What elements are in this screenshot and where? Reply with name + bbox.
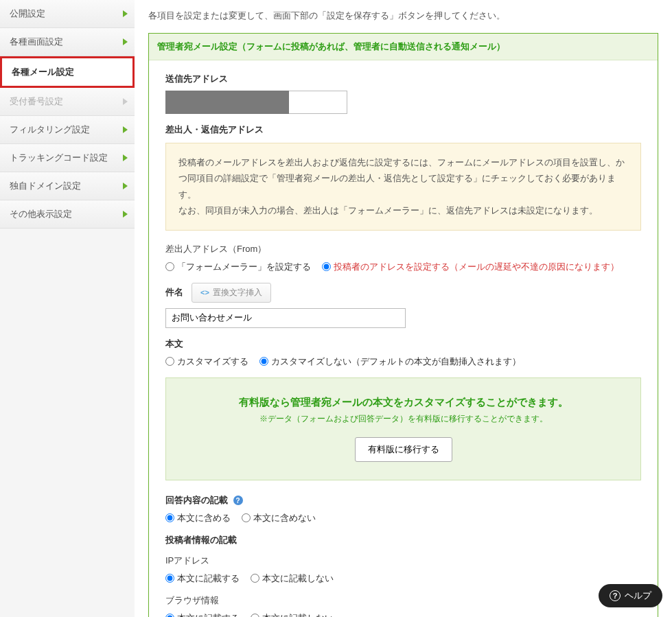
sidebar-item-label: 各種画面設定: [10, 36, 63, 48]
radio-input[interactable]: [165, 357, 174, 366]
sidebar-item-receipt: 受付番号設定: [0, 88, 135, 116]
browser-label: ブラウザ情報: [165, 594, 641, 607]
body-label: 本文: [165, 338, 641, 350]
answer-opt-exclude[interactable]: 本文に含めない: [242, 512, 316, 524]
sidebar-item-domain[interactable]: 独自ドメイン設定: [0, 172, 135, 200]
question-icon: ?: [610, 590, 621, 601]
body-radios: カスタマイズする カスタマイズしない（デフォルトの本文が自動挿入されます）: [165, 356, 641, 368]
sidebar-item-filtering[interactable]: フィルタリング設定: [0, 116, 135, 144]
main-content: 各項目を設定または変更して、画面下部の「設定を保存する」ボタンを押してください。…: [135, 0, 672, 617]
section-header: 管理者宛メール設定（フォームに投稿があれば、管理者に自動送信される通知メール）: [149, 34, 658, 60]
notice-box: 投稿者のメールアドレスを差出人および返信先に設定するには、フォームにメールアドレ…: [165, 143, 641, 231]
arrow-right-icon: [123, 10, 128, 17]
sidebar-item-label: 受付番号設定: [10, 95, 63, 108]
notice-line: なお、同項目が未入力の場合、差出人は「フォームメーラー」に、返信先アドレスは未設…: [178, 202, 628, 218]
from-addr-label: 差出人アドレス（From）: [165, 243, 641, 255]
insert-placeholder-button[interactable]: <> 置換文字挿入: [192, 283, 271, 303]
sidebar: 公開設定 各種画面設定 各種メール設定 受付番号設定 フィルタリング設定 トラッ…: [0, 0, 135, 617]
sidebar-item-publish[interactable]: 公開設定: [0, 0, 135, 28]
notice-line: 投稿者のメールアドレスを差出人および返信先に設定するには、フォームにメールアドレ…: [178, 154, 628, 202]
arrow-right-icon: [123, 126, 128, 133]
send-to-label: 送信先アドレス: [165, 73, 641, 85]
send-to-row: [165, 91, 641, 114]
arrow-right-icon: [123, 154, 128, 161]
radio-label: 本文に含める: [177, 512, 231, 524]
promo-title: 有料版なら管理者宛メールの本文をカスタマイズすることができます。: [180, 396, 627, 409]
body-opt-default[interactable]: カスタマイズしない（デフォルトの本文が自動挿入されます）: [259, 356, 521, 368]
from-addr-radios: 「フォームメーラー」を設定する 投稿者のアドレスを設定する（メールの遅延や不達の…: [165, 261, 641, 273]
code-icon: <>: [200, 288, 209, 296]
help-float-label: ヘルプ: [625, 590, 651, 602]
radio-label: 本文に記載しない: [262, 572, 334, 585]
radio-input[interactable]: [165, 574, 174, 583]
ip-label: IPアドレス: [165, 555, 641, 567]
ip-opt-exclude[interactable]: 本文に記載しない: [251, 572, 334, 585]
insert-btn-label: 置換文字挿入: [213, 287, 262, 299]
arrow-right-icon: [123, 98, 128, 105]
radio-input[interactable]: [259, 357, 268, 366]
sidebar-item-label: その他表示設定: [10, 208, 72, 220]
upgrade-promo: 有料版なら管理者宛メールの本文をカスタマイズすることができます。 ※データ（フォ…: [165, 377, 641, 480]
answer-opt-include[interactable]: 本文に含める: [165, 512, 231, 524]
redacted-address: [165, 91, 289, 114]
radio-input[interactable]: [251, 614, 259, 617]
radio-input[interactable]: [165, 614, 174, 617]
answer-radios: 本文に含める 本文に含めない: [165, 512, 641, 524]
answer-label: 回答内容の記載 ?: [165, 494, 641, 507]
body-opt-customize[interactable]: カスタマイズする: [165, 356, 248, 368]
radio-input[interactable]: [322, 262, 331, 271]
sidebar-item-mail[interactable]: 各種メール設定: [0, 56, 135, 88]
poster-info-label: 投稿者情報の記載: [165, 534, 641, 546]
from-reply-label: 差出人・返信先アドレス: [165, 124, 641, 136]
sidebar-item-label: 公開設定: [10, 8, 45, 20]
radio-input[interactable]: [165, 262, 174, 271]
help-float-button[interactable]: ? ヘルプ: [599, 584, 662, 607]
radio-label: 本文に含めない: [253, 512, 316, 524]
browser-opt-exclude[interactable]: 本文に記載しない: [251, 612, 334, 617]
radio-label: カスタマイズする: [177, 356, 248, 368]
subject-input[interactable]: [165, 308, 406, 328]
from-opt-poster[interactable]: 投稿者のアドレスを設定する（メールの遅延や不達の原因になります）: [322, 261, 619, 273]
radio-label: カスタマイズしない（デフォルトの本文が自動挿入されます）: [271, 356, 521, 368]
radio-label: 本文に記載しない: [262, 612, 334, 617]
ip-radios: 本文に記載する 本文に記載しない: [165, 572, 641, 585]
radio-input[interactable]: [165, 513, 174, 522]
radio-label: 本文に記載する: [177, 612, 240, 617]
sidebar-item-screens[interactable]: 各種画面設定: [0, 28, 135, 56]
help-icon[interactable]: ?: [233, 496, 243, 505]
sidebar-item-label: トラッキングコード設定: [10, 152, 108, 164]
arrow-right-icon: [123, 38, 128, 45]
sidebar-item-tracking[interactable]: トラッキングコード設定: [0, 144, 135, 172]
radio-input[interactable]: [242, 513, 251, 522]
sidebar-item-other[interactable]: その他表示設定: [0, 200, 135, 229]
radio-label: 投稿者のアドレスを設定する（メールの遅延や不達の原因になります）: [334, 261, 619, 273]
answer-label-text: 回答内容の記載: [165, 495, 228, 505]
intro-text: 各項目を設定または変更して、画面下部の「設定を保存する」ボタンを押してください。: [148, 10, 658, 22]
arrow-right-icon: [123, 211, 128, 218]
from-opt-formmailer[interactable]: 「フォームメーラー」を設定する: [165, 261, 311, 273]
admin-mail-section: 管理者宛メール設定（フォームに投稿があれば、管理者に自動送信される通知メール） …: [148, 33, 658, 617]
subject-label: 件名: [165, 286, 183, 299]
radio-label: 「フォームメーラー」を設定する: [177, 261, 311, 273]
arrow-right-icon: [123, 183, 128, 189]
browser-radios: 本文に記載する 本文に記載しない: [165, 612, 641, 617]
browser-opt-include[interactable]: 本文に記載する: [165, 612, 240, 617]
upgrade-button[interactable]: 有料版に移行する: [355, 437, 452, 462]
send-to-input[interactable]: [289, 91, 347, 114]
radio-input[interactable]: [251, 574, 259, 583]
sidebar-item-label: 独自ドメイン設定: [10, 180, 81, 192]
sidebar-item-label: 各種メール設定: [12, 66, 74, 78]
sidebar-item-label: フィルタリング設定: [10, 124, 90, 136]
promo-subtitle: ※データ（フォームおよび回答データ）を有料版に移行することができます。: [180, 413, 627, 425]
ip-opt-include[interactable]: 本文に記載する: [165, 572, 240, 585]
radio-label: 本文に記載する: [177, 572, 240, 585]
